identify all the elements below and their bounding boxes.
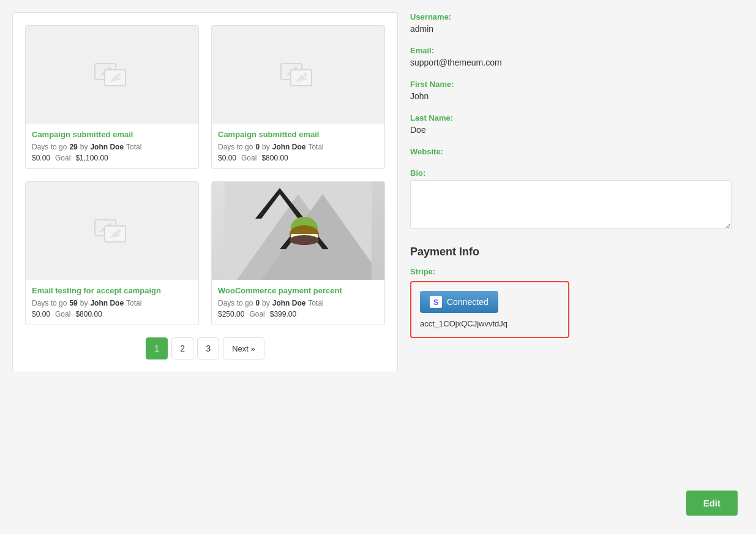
goal-value-3: $800.00 bbox=[75, 310, 102, 318]
campaign-card-4: WooCommerce payment percent Days to go 0… bbox=[211, 181, 385, 325]
card-body-1: Campaign submitted email Days to go 29 b… bbox=[26, 124, 198, 168]
payment-section: Payment Info Stripe: S Connected acct_1C… bbox=[410, 246, 732, 338]
days-label-3: Days to go bbox=[32, 299, 67, 307]
goal-label-1: Goal bbox=[55, 154, 70, 162]
username-field: Username: admin bbox=[410, 12, 732, 34]
page-btn-1[interactable]: 1 bbox=[146, 337, 168, 359]
card-body-4: WooCommerce payment percent Days to go 0… bbox=[212, 280, 384, 325]
email-value: support@themeum.com bbox=[410, 58, 732, 67]
total-label-2: Total bbox=[308, 143, 323, 151]
author-3: John Doe bbox=[90, 299, 124, 307]
page-btn-3[interactable]: 3 bbox=[197, 337, 219, 359]
goal-value-2: $800.00 bbox=[261, 154, 288, 162]
card-image-1 bbox=[26, 26, 198, 124]
image-placeholder-icon-2 bbox=[280, 60, 316, 89]
days-value-1: 29 bbox=[69, 143, 77, 151]
campaign-card-3: Email testing for accept campaign Days t… bbox=[25, 181, 199, 325]
svg-point-26 bbox=[290, 235, 319, 245]
card-body-3: Email testing for accept campaign Days t… bbox=[26, 280, 198, 325]
total-value-2: $0.00 bbox=[218, 154, 236, 162]
author-1: John Doe bbox=[90, 143, 124, 151]
days-label-1: Days to go bbox=[32, 143, 67, 151]
total-value-4: $250.00 bbox=[218, 310, 244, 318]
campaign-card-1: Campaign submitted email Days to go 29 b… bbox=[25, 25, 199, 169]
payment-title: Payment Info bbox=[410, 246, 732, 258]
by-label-2: by bbox=[262, 143, 270, 151]
website-field: Website: bbox=[410, 147, 732, 156]
by-label-4: by bbox=[262, 299, 270, 307]
card-meta-4: Days to go 0 by John Doe Total bbox=[218, 299, 378, 307]
by-label-3: by bbox=[80, 299, 88, 307]
goal-label-3: Goal bbox=[55, 310, 70, 318]
cards-grid: Campaign submitted email Days to go 29 b… bbox=[25, 25, 385, 325]
pagination: 1 2 3 Next » bbox=[25, 337, 385, 359]
image-placeholder-icon-3 bbox=[94, 216, 130, 246]
total-value-3: $0.00 bbox=[32, 310, 50, 318]
days-value-2: 0 bbox=[255, 143, 260, 151]
username-value: admin bbox=[410, 24, 732, 34]
days-value-3: 59 bbox=[69, 299, 77, 307]
total-label-4: Total bbox=[308, 299, 323, 307]
card-image-4 bbox=[212, 182, 384, 280]
card-amounts-2: $0.00 Goal $800.00 bbox=[218, 154, 378, 162]
card-image-3 bbox=[26, 182, 198, 280]
card-body-2: Campaign submitted email Days to go 0 by… bbox=[212, 124, 384, 168]
profile-panel: Username: admin Email: support@themeum.c… bbox=[398, 12, 744, 372]
svg-point-17 bbox=[118, 229, 121, 233]
days-label-2: Days to go bbox=[218, 143, 253, 151]
email-field: Email: support@themeum.com bbox=[410, 46, 732, 67]
stripe-connected-button[interactable]: S Connected bbox=[420, 291, 498, 313]
page-btn-2[interactable]: 2 bbox=[171, 337, 193, 359]
card-title-3[interactable]: Email testing for accept campaign bbox=[32, 286, 192, 295]
lastname-label: Last Name: bbox=[410, 113, 732, 122]
author-2: John Doe bbox=[272, 143, 306, 151]
next-page-button[interactable]: Next » bbox=[223, 337, 264, 359]
stripe-label: Stripe: bbox=[410, 267, 732, 276]
svg-point-5 bbox=[118, 73, 121, 77]
goal-label-2: Goal bbox=[241, 154, 256, 162]
email-label: Email: bbox=[410, 46, 732, 55]
bio-textarea[interactable] bbox=[410, 180, 732, 229]
by-label-1: by bbox=[80, 143, 88, 151]
lastname-field: Last Name: Doe bbox=[410, 113, 732, 135]
card-meta-2: Days to go 0 by John Doe Total bbox=[218, 143, 378, 151]
stripe-account-id: acct_1COjxQCJjwvvtdJq bbox=[420, 319, 560, 328]
bio-field: Bio: bbox=[410, 168, 732, 231]
card-title-1[interactable]: Campaign submitted email bbox=[32, 130, 192, 139]
svg-point-11 bbox=[304, 73, 307, 77]
total-value-1: $0.00 bbox=[32, 154, 50, 162]
total-label-3: Total bbox=[126, 299, 141, 307]
firstname-value: John bbox=[410, 91, 732, 101]
stripe-box: S Connected acct_1COjxQCJjwvvtdJq bbox=[410, 281, 569, 338]
author-4: John Doe bbox=[272, 299, 306, 307]
card-amounts-1: $0.00 Goal $1,100.00 bbox=[32, 154, 192, 162]
image-placeholder-icon-1 bbox=[94, 60, 130, 89]
card-amounts-4: $250.00 Goal $399.00 bbox=[218, 310, 378, 318]
username-label: Username: bbox=[410, 12, 732, 21]
card-meta-3: Days to go 59 by John Doe Total bbox=[32, 299, 192, 307]
card-image-2 bbox=[212, 26, 384, 124]
stripe-logo: S bbox=[430, 296, 442, 308]
days-value-4: 0 bbox=[255, 299, 260, 307]
goal-value-4: $399.00 bbox=[270, 310, 296, 318]
website-label: Website: bbox=[410, 147, 732, 156]
card-title-4[interactable]: WooCommerce payment percent bbox=[218, 286, 378, 295]
card-amounts-3: $0.00 Goal $800.00 bbox=[32, 310, 192, 318]
goal-value-1: $1,100.00 bbox=[75, 154, 108, 162]
goal-label-4: Goal bbox=[249, 310, 264, 318]
woo-image-svg bbox=[225, 182, 372, 280]
firstname-field: First Name: John bbox=[410, 80, 732, 101]
campaigns-panel: Campaign submitted email Days to go 29 b… bbox=[12, 12, 398, 372]
lastname-value: Doe bbox=[410, 125, 732, 135]
total-label-1: Total bbox=[126, 143, 141, 151]
firstname-label: First Name: bbox=[410, 80, 732, 89]
card-meta-1: Days to go 29 by John Doe Total bbox=[32, 143, 192, 151]
stripe-connected-text: Connected bbox=[447, 297, 488, 307]
campaign-card-2: Campaign submitted email Days to go 0 by… bbox=[211, 25, 385, 169]
bio-label: Bio: bbox=[410, 168, 732, 178]
days-label-4: Days to go bbox=[218, 299, 253, 307]
card-title-2[interactable]: Campaign submitted email bbox=[218, 130, 378, 139]
